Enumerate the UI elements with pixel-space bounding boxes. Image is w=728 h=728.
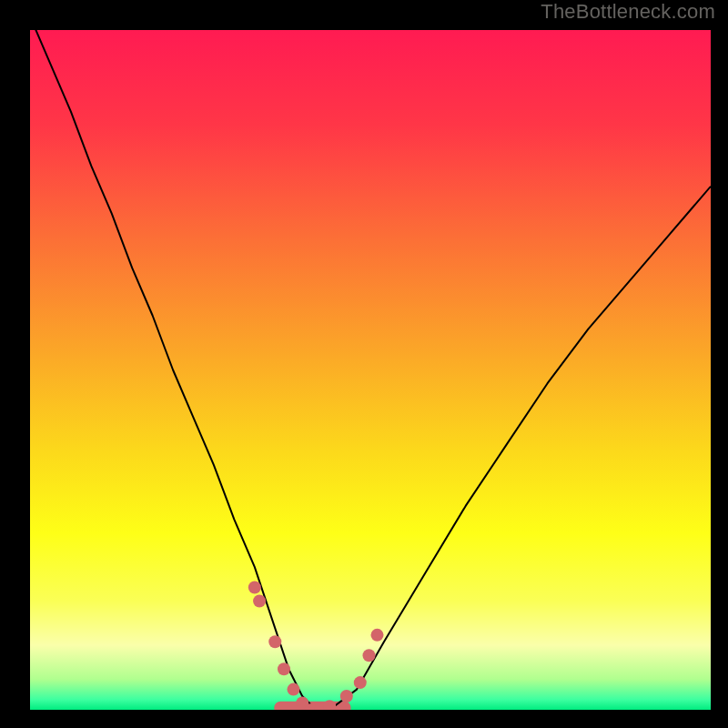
marker-inrange-markers bbox=[363, 649, 376, 662]
marker-inrange-markers bbox=[287, 683, 299, 696]
marker-inrange-markers bbox=[354, 676, 367, 689]
marker-inrange-markers bbox=[340, 690, 353, 703]
marker-inrange-markers bbox=[268, 635, 281, 648]
chart-svg bbox=[30, 30, 711, 710]
marker-inrange-markers bbox=[278, 662, 290, 675]
plot-area bbox=[30, 30, 711, 710]
chart-frame: TheBottleneck.com bbox=[0, 0, 728, 728]
marker-inrange-markers bbox=[248, 581, 261, 594]
watermark-text: TheBottleneck.com bbox=[541, 0, 715, 24]
marker-inrange-markers bbox=[370, 629, 383, 642]
marker-inrange-markers bbox=[253, 594, 266, 607]
gradient-background bbox=[30, 30, 711, 710]
